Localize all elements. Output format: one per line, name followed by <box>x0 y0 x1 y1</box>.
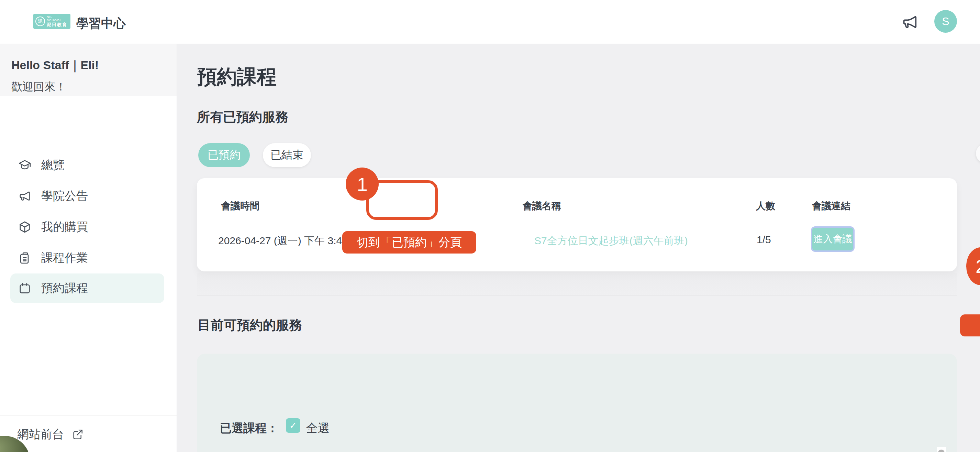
section-title-booked: 所有已預約服務 <box>197 109 288 126</box>
sidebar-item-booked-courses[interactable]: 預約課程 <box>10 273 164 303</box>
sidebar: Hello Staff｜Eli! 歡迎回來！ 總覽 學院公告 我的購買 <box>0 44 177 452</box>
select-all-checkbox[interactable]: ✓ <box>286 418 300 433</box>
annotation-step1-number: 1 <box>346 168 379 201</box>
user-avatar[interactable]: S <box>934 10 957 33</box>
sidebar-item-label: 預約課程 <box>41 280 88 296</box>
sidebar-item-overview[interactable]: 總覽 <box>10 150 164 180</box>
section-separator-shade <box>197 273 957 295</box>
select-all-label: 全選 <box>306 420 329 436</box>
sidebar-item-purchases[interactable]: 我的購買 <box>10 212 164 242</box>
top-bar: 泥 NIL SCHOOL 泥日教育 學習中心 S <box>0 0 980 43</box>
tab-booked[interactable]: 已預約 <box>198 143 250 167</box>
annotation-step1-label: 切到「已預約」分頁 <box>342 231 476 254</box>
sidebar-item-label: 課程作業 <box>41 250 88 266</box>
card-scrollbar-thumb[interactable] <box>938 450 945 452</box>
sidebar-item-label: 我的購買 <box>41 219 88 235</box>
sidebar-item-assignments[interactable]: 課程作業 <box>10 243 164 273</box>
col-header-count: 人數 <box>756 200 775 212</box>
front-site-link[interactable]: 網站前台 <box>17 426 84 442</box>
sidebar-item-label: 學院公告 <box>41 188 88 204</box>
notifications-megaphone-icon[interactable] <box>901 13 919 31</box>
main-content: 預約課程 所有已預約服務 已預約 已結束 會議時間 會議名稱 人數 會議連結 2… <box>177 44 980 452</box>
col-header-meeting-link: 會議連結 <box>812 200 850 212</box>
sidebar-greeting: Hello Staff｜Eli! 歡迎回來！ <box>0 44 177 96</box>
page-title: 預約課程 <box>197 64 277 91</box>
external-link-icon <box>72 428 84 441</box>
cube-icon <box>18 220 32 234</box>
front-site-label: 網站前台 <box>17 426 64 442</box>
tab-ended[interactable]: 已結束 <box>263 143 311 167</box>
annotation-step2-number: 2 <box>966 248 980 285</box>
available-services-card: 已選課程： ✓ 全選 ✓ 【第七屆】全方位日文起步班（2026.03.17開課）… <box>197 354 957 452</box>
card-scrollbar-track[interactable] <box>937 447 946 452</box>
edge-floating-button[interactable] <box>976 144 980 163</box>
calendar-icon <box>18 281 32 295</box>
booked-meetings-card: 會議時間 會議名稱 人數 會議連結 2026-04-27 (週一) 下午 3:4… <box>197 178 957 272</box>
brand-logo[interactable]: 泥 NIL SCHOOL 泥日教育 <box>33 14 70 29</box>
sidebar-footer-divider <box>0 415 177 416</box>
join-meeting-button[interactable]: 進入會議 <box>811 226 854 252</box>
greeting-name: Hello Staff｜Eli! <box>11 57 177 73</box>
selected-courses-label: 已選課程： <box>220 420 278 436</box>
brand-text: NIL SCHOOL 泥日教育 <box>47 16 68 27</box>
megaphone-icon <box>18 189 32 203</box>
meeting-name-link[interactable]: S7全方位日文起步班(週六午前班) <box>535 234 688 248</box>
sidebar-item-announcements[interactable]: 學院公告 <box>10 181 164 211</box>
sidebar-item-label: 總覽 <box>41 157 65 173</box>
brand-seal-icon: 泥 <box>35 16 45 26</box>
clipboard-icon <box>18 251 32 265</box>
greeting-welcome: 歡迎回來！ <box>11 80 177 94</box>
col-header-meeting-name: 會議名稱 <box>523 200 561 212</box>
annotation-step2-label: 上課時間到，點此進入 <box>960 315 980 336</box>
app-title: 學習中心 <box>76 15 126 32</box>
count-cell: 1/5 <box>757 234 771 246</box>
graduation-cap-icon <box>18 158 32 172</box>
section-title-available: 目前可預約的服務 <box>197 316 302 334</box>
section-separator-line <box>197 295 957 295</box>
col-header-meeting-time: 會議時間 <box>221 200 259 212</box>
